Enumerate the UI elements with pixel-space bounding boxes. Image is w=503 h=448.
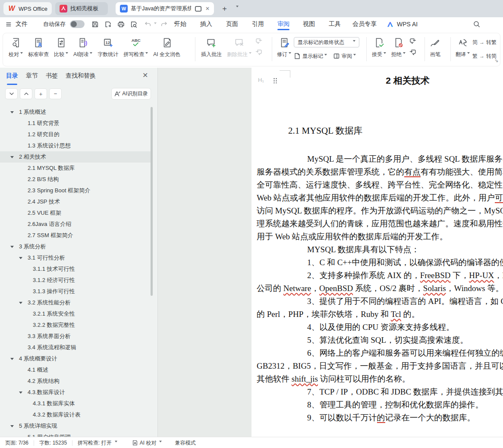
new-tab-button[interactable]: ＋	[221, 3, 228, 14]
toc-item[interactable]: 2.6Java 语言介绍	[0, 219, 152, 230]
toc-item[interactable]: 1.2 研究目的	[0, 129, 152, 140]
reject-change-button[interactable]: 拒绝	[389, 34, 408, 60]
document-text-line[interactable]: MySQL 是一个真正的多用户、多线程 SQL 数据库服务器。 是基	[257, 153, 503, 166]
next-change-icon[interactable]	[408, 47, 418, 57]
accept-change-button[interactable]: 接受	[369, 34, 389, 60]
collapse-all-button[interactable]	[20, 88, 32, 99]
toc-collapse-arrow-icon[interactable]	[10, 156, 19, 158]
toc-item[interactable]: 2 相关技术	[0, 151, 152, 163]
document-text-line[interactable]: GB2312，BIG5，日文写作，一般基金，用于支持多国语言，并且可以	[257, 360, 503, 373]
proofread-button[interactable]: 校对	[6, 34, 25, 60]
toc-item[interactable]: 2.1 MYSQL 数据库	[0, 163, 152, 174]
tab-list-chevron-icon[interactable]	[235, 2, 239, 13]
document-text-line[interactable]: 公司的 Netware，OpenBSD 系统，OS/2 裹时，Solaris，W…	[257, 282, 503, 295]
toc-item[interactable]: 4.1 概述	[0, 364, 152, 376]
toc-item[interactable]: 2.7 SSM 框架简介	[0, 230, 152, 241]
wps-ai-logo-icon[interactable]	[387, 17, 394, 31]
menu-7[interactable]: 工具	[326, 17, 343, 31]
toc-item[interactable]: 3.1 可行性分析	[0, 252, 152, 263]
draw-pen-button[interactable]: 画笔	[427, 34, 443, 60]
toc-item[interactable]: 3.3 系统界面分析	[0, 331, 152, 342]
document-text-line[interactable]: 服务器模式的关系数据库管理系统，它的有点有有功能强大、使用简单	[257, 166, 503, 179]
file-menu[interactable]: 文件	[16, 17, 28, 31]
menu-2[interactable]: 插入	[198, 17, 215, 31]
toc-item[interactable]: 4 系统概要设计	[0, 353, 152, 364]
zoom-out-button[interactable]: −	[49, 88, 62, 99]
ai-recognize-toc-button[interactable]: AI识别目录	[111, 88, 151, 100]
print-icon[interactable]	[117, 17, 125, 31]
document-text-line[interactable]: 5、算法优化查询 SQL，切实提高搜索速度。	[257, 334, 503, 347]
sidebar-tab-4[interactable]: 查找和替换	[66, 72, 96, 83]
previous-change-icon[interactable]	[408, 36, 418, 46]
menu-3[interactable]: 页面	[223, 17, 241, 31]
toc-item[interactable]: 3.1.2 经济可行性	[0, 275, 152, 286]
tab-close-icon[interactable]: ✕	[205, 6, 210, 12]
document-text-line[interactable]: 7、TCP / IP，ODBC 和 JDBC 数据库，并提供连接到其他。	[257, 385, 503, 398]
document-text-line[interactable]: 8、管理工具的管理，控制和优化数据库的操作。	[257, 398, 503, 411]
translate-button[interactable]: 翻译	[453, 34, 472, 60]
ai-read-aloud-button[interactable]: AI朗读	[71, 34, 95, 60]
menu-5[interactable]: 审阅	[275, 17, 292, 31]
word-count-button[interactable]: 12 字数统计	[95, 34, 121, 60]
save-icon[interactable]	[91, 17, 99, 31]
menu-6[interactable]: 视图	[300, 17, 318, 31]
document-page[interactable]: H₁ 2 相关技术 2.1 MYSQL 数据库 MySQL 是一个真正的多用户、…	[252, 68, 503, 437]
toc-collapse-arrow-icon[interactable]	[10, 358, 19, 360]
sidebar-scrollbar[interactable]	[151, 107, 153, 296]
tab-wps-office[interactable]: W WPS Office	[3, 2, 52, 15]
toc-collapse-arrow-icon[interactable]	[19, 257, 28, 259]
tab-preview-icon[interactable]	[195, 5, 202, 13]
track-changes-button[interactable]: 修订	[274, 34, 294, 60]
search-icon[interactable]	[473, 17, 481, 31]
toc-item[interactable]: 1.3 系统设计思想	[0, 140, 152, 151]
autosave-toggle[interactable]	[70, 17, 85, 31]
document-text-line[interactable]: 访问 MySQL 数据库的程序。作为开放源代码运动的产物之一，MySQ	[257, 204, 503, 217]
toc-item[interactable]: 4.3.数据库设计	[0, 387, 152, 398]
document-text-line[interactable]: 其他软件 shift_jis 访问柱可以用作的名称。	[257, 373, 503, 385]
menu-8[interactable]: 会员专享	[350, 17, 379, 31]
document-text-line[interactable]: 2、支持多种操作系统 AIX 的，FreeBSD 下，HP-UX，Linux 和…	[257, 269, 503, 282]
sidebar-tab-2[interactable]: 章节	[26, 72, 38, 83]
toc-collapse-arrow-icon[interactable]	[10, 425, 19, 427]
tab-document[interactable]: W 基于Java的资产管理系统设计 ✕	[116, 2, 214, 15]
ai-polish-button[interactable]: AI 全文润色	[151, 34, 183, 60]
toc-item[interactable]: 3.1.1 技术可行性	[0, 263, 152, 275]
document-text-line[interactable]: 9、可以数以千万计的记录在一个大的数据库。	[257, 411, 503, 424]
show-markup-button[interactable]: 显示标记	[294, 51, 327, 61]
compare-button[interactable]: 比较	[51, 34, 71, 60]
document-text-line[interactable]: MYSQL 数据库具有以下特点：	[257, 243, 503, 256]
sidebar-tab-1[interactable]: 目录	[6, 72, 18, 83]
toc-item[interactable]: 3.2 系统性能分析	[0, 297, 152, 308]
toc-item[interactable]: 4.3.1 数据库实体	[0, 398, 152, 409]
document-text-line[interactable]: 6、网络上的客户端和服务器可以用来编程任何独立的编程环境	[257, 347, 503, 360]
toc-item[interactable]: 3 系统分析	[0, 241, 152, 252]
toc-item[interactable]: 2.5 VUE 框架	[0, 207, 152, 219]
toc-item[interactable]: 3.2.2 数据完整性	[0, 320, 152, 331]
tab-docer-templates[interactable]: 找稻壳模板	[55, 2, 108, 15]
reviewing-pane-button[interactable]: 审阅	[333, 51, 356, 61]
ribbon-expand-icon[interactable]: ⇘	[494, 58, 498, 63]
document-text-line[interactable]: 理系统越来越受到人们的青睐，应用范围也越来越广。速度和易用性使	[257, 217, 503, 230]
spell-check-button[interactable]: ABC 拼写检查	[121, 34, 151, 60]
toc-item[interactable]: 4.3.2 数据库设计表	[0, 409, 152, 420]
toc-item[interactable]: 3.4 系统流程和逻辑	[0, 342, 152, 353]
insert-comment-button[interactable]: 插入批注	[198, 34, 224, 60]
page-indicator[interactable]: 页面: 7/36	[5, 439, 28, 447]
toc-collapse-arrow-icon[interactable]	[19, 392, 28, 394]
toc-collapse-arrow-icon[interactable]	[19, 302, 28, 304]
toc-item[interactable]: 5 系统详细实现	[0, 420, 152, 432]
toc-item[interactable]: 1.1 研究背景	[0, 118, 152, 129]
print-preview-icon[interactable]	[130, 17, 138, 31]
toc-item[interactable]: 2.2 B/S 结构	[0, 174, 152, 185]
expand-all-button[interactable]	[5, 88, 18, 99]
toc-item[interactable]: 1 系统概述	[0, 107, 152, 118]
sidebar-tab-3[interactable]: 书签	[46, 72, 58, 83]
zoom-in-button[interactable]: ＋	[35, 88, 47, 99]
standard-review-button[interactable]: 标准审查	[25, 34, 51, 60]
document-text-line[interactable]: 全可靠性高、运行速度快、多线程、跨平台性、完全网络化、稳定性	[257, 179, 503, 191]
spellcheck-status[interactable]: 拼写检查: 打开	[78, 439, 117, 447]
toc-item[interactable]: 3.1.3 操作可行性	[0, 286, 152, 297]
wps-ai-menu[interactable]: WPS AI	[397, 17, 418, 31]
toc-item[interactable]: 3.2.1 系统安全性	[0, 308, 152, 320]
document-text-line[interactable]: Web 站点或者其他应用软件的数据库后端的开发工作。此外，用户可利	[257, 191, 503, 204]
